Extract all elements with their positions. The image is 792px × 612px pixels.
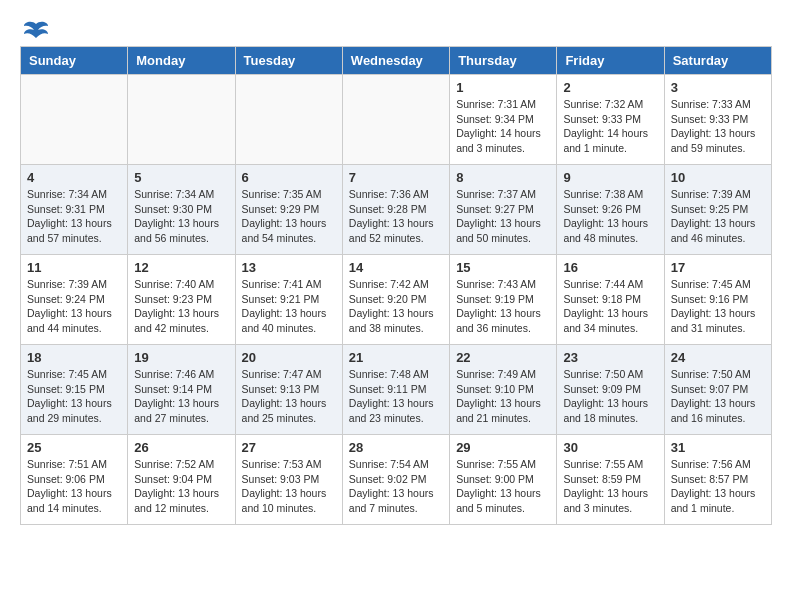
calendar-cell: 11Sunrise: 7:39 AM Sunset: 9:24 PM Dayli…	[21, 255, 128, 345]
calendar-cell: 8Sunrise: 7:37 AM Sunset: 9:27 PM Daylig…	[450, 165, 557, 255]
weekday-header-saturday: Saturday	[664, 47, 771, 75]
bird-icon	[22, 20, 50, 42]
day-info: Sunrise: 7:32 AM Sunset: 9:33 PM Dayligh…	[563, 97, 657, 156]
calendar-cell: 15Sunrise: 7:43 AM Sunset: 9:19 PM Dayli…	[450, 255, 557, 345]
calendar-header-row: SundayMondayTuesdayWednesdayThursdayFrid…	[21, 47, 772, 75]
calendar-cell: 10Sunrise: 7:39 AM Sunset: 9:25 PM Dayli…	[664, 165, 771, 255]
day-info: Sunrise: 7:35 AM Sunset: 9:29 PM Dayligh…	[242, 187, 336, 246]
day-number: 16	[563, 260, 657, 275]
day-info: Sunrise: 7:50 AM Sunset: 9:09 PM Dayligh…	[563, 367, 657, 426]
calendar-cell: 18Sunrise: 7:45 AM Sunset: 9:15 PM Dayli…	[21, 345, 128, 435]
day-number: 20	[242, 350, 336, 365]
calendar-cell: 20Sunrise: 7:47 AM Sunset: 9:13 PM Dayli…	[235, 345, 342, 435]
page-header	[20, 20, 772, 36]
day-number: 19	[134, 350, 228, 365]
day-info: Sunrise: 7:37 AM Sunset: 9:27 PM Dayligh…	[456, 187, 550, 246]
calendar-cell: 25Sunrise: 7:51 AM Sunset: 9:06 PM Dayli…	[21, 435, 128, 525]
calendar-cell: 24Sunrise: 7:50 AM Sunset: 9:07 PM Dayli…	[664, 345, 771, 435]
calendar-cell: 14Sunrise: 7:42 AM Sunset: 9:20 PM Dayli…	[342, 255, 449, 345]
day-info: Sunrise: 7:45 AM Sunset: 9:15 PM Dayligh…	[27, 367, 121, 426]
day-number: 4	[27, 170, 121, 185]
weekday-header-friday: Friday	[557, 47, 664, 75]
day-number: 30	[563, 440, 657, 455]
day-number: 5	[134, 170, 228, 185]
day-info: Sunrise: 7:52 AM Sunset: 9:04 PM Dayligh…	[134, 457, 228, 516]
calendar-week-2: 4Sunrise: 7:34 AM Sunset: 9:31 PM Daylig…	[21, 165, 772, 255]
day-number: 7	[349, 170, 443, 185]
calendar-cell: 28Sunrise: 7:54 AM Sunset: 9:02 PM Dayli…	[342, 435, 449, 525]
day-number: 22	[456, 350, 550, 365]
calendar-table: SundayMondayTuesdayWednesdayThursdayFrid…	[20, 46, 772, 525]
calendar-cell	[342, 75, 449, 165]
weekday-header-thursday: Thursday	[450, 47, 557, 75]
calendar-cell: 9Sunrise: 7:38 AM Sunset: 9:26 PM Daylig…	[557, 165, 664, 255]
day-number: 24	[671, 350, 765, 365]
day-info: Sunrise: 7:50 AM Sunset: 9:07 PM Dayligh…	[671, 367, 765, 426]
calendar-cell	[128, 75, 235, 165]
day-info: Sunrise: 7:42 AM Sunset: 9:20 PM Dayligh…	[349, 277, 443, 336]
calendar-cell: 13Sunrise: 7:41 AM Sunset: 9:21 PM Dayli…	[235, 255, 342, 345]
logo	[20, 20, 50, 36]
calendar-cell: 23Sunrise: 7:50 AM Sunset: 9:09 PM Dayli…	[557, 345, 664, 435]
day-number: 14	[349, 260, 443, 275]
day-info: Sunrise: 7:47 AM Sunset: 9:13 PM Dayligh…	[242, 367, 336, 426]
day-info: Sunrise: 7:39 AM Sunset: 9:24 PM Dayligh…	[27, 277, 121, 336]
calendar-cell: 30Sunrise: 7:55 AM Sunset: 8:59 PM Dayli…	[557, 435, 664, 525]
day-info: Sunrise: 7:31 AM Sunset: 9:34 PM Dayligh…	[456, 97, 550, 156]
day-number: 8	[456, 170, 550, 185]
calendar-cell	[235, 75, 342, 165]
day-info: Sunrise: 7:46 AM Sunset: 9:14 PM Dayligh…	[134, 367, 228, 426]
day-number: 18	[27, 350, 121, 365]
day-info: Sunrise: 7:39 AM Sunset: 9:25 PM Dayligh…	[671, 187, 765, 246]
weekday-header-tuesday: Tuesday	[235, 47, 342, 75]
calendar-cell: 22Sunrise: 7:49 AM Sunset: 9:10 PM Dayli…	[450, 345, 557, 435]
day-info: Sunrise: 7:34 AM Sunset: 9:30 PM Dayligh…	[134, 187, 228, 246]
day-number: 26	[134, 440, 228, 455]
day-info: Sunrise: 7:55 AM Sunset: 8:59 PM Dayligh…	[563, 457, 657, 516]
calendar-cell: 5Sunrise: 7:34 AM Sunset: 9:30 PM Daylig…	[128, 165, 235, 255]
day-info: Sunrise: 7:53 AM Sunset: 9:03 PM Dayligh…	[242, 457, 336, 516]
day-number: 10	[671, 170, 765, 185]
day-number: 31	[671, 440, 765, 455]
calendar-cell: 16Sunrise: 7:44 AM Sunset: 9:18 PM Dayli…	[557, 255, 664, 345]
calendar-cell: 21Sunrise: 7:48 AM Sunset: 9:11 PM Dayli…	[342, 345, 449, 435]
day-number: 23	[563, 350, 657, 365]
weekday-header-monday: Monday	[128, 47, 235, 75]
day-info: Sunrise: 7:49 AM Sunset: 9:10 PM Dayligh…	[456, 367, 550, 426]
day-info: Sunrise: 7:43 AM Sunset: 9:19 PM Dayligh…	[456, 277, 550, 336]
day-number: 29	[456, 440, 550, 455]
calendar-week-5: 25Sunrise: 7:51 AM Sunset: 9:06 PM Dayli…	[21, 435, 772, 525]
calendar-cell: 29Sunrise: 7:55 AM Sunset: 9:00 PM Dayli…	[450, 435, 557, 525]
day-info: Sunrise: 7:48 AM Sunset: 9:11 PM Dayligh…	[349, 367, 443, 426]
day-number: 9	[563, 170, 657, 185]
calendar-cell: 31Sunrise: 7:56 AM Sunset: 8:57 PM Dayli…	[664, 435, 771, 525]
day-number: 11	[27, 260, 121, 275]
calendar-week-3: 11Sunrise: 7:39 AM Sunset: 9:24 PM Dayli…	[21, 255, 772, 345]
day-number: 13	[242, 260, 336, 275]
day-info: Sunrise: 7:40 AM Sunset: 9:23 PM Dayligh…	[134, 277, 228, 336]
calendar-cell: 26Sunrise: 7:52 AM Sunset: 9:04 PM Dayli…	[128, 435, 235, 525]
calendar-cell: 6Sunrise: 7:35 AM Sunset: 9:29 PM Daylig…	[235, 165, 342, 255]
day-info: Sunrise: 7:34 AM Sunset: 9:31 PM Dayligh…	[27, 187, 121, 246]
calendar-cell: 2Sunrise: 7:32 AM Sunset: 9:33 PM Daylig…	[557, 75, 664, 165]
day-number: 15	[456, 260, 550, 275]
day-info: Sunrise: 7:55 AM Sunset: 9:00 PM Dayligh…	[456, 457, 550, 516]
calendar-cell: 27Sunrise: 7:53 AM Sunset: 9:03 PM Dayli…	[235, 435, 342, 525]
calendar-week-4: 18Sunrise: 7:45 AM Sunset: 9:15 PM Dayli…	[21, 345, 772, 435]
day-number: 25	[27, 440, 121, 455]
day-info: Sunrise: 7:54 AM Sunset: 9:02 PM Dayligh…	[349, 457, 443, 516]
day-info: Sunrise: 7:36 AM Sunset: 9:28 PM Dayligh…	[349, 187, 443, 246]
weekday-header-sunday: Sunday	[21, 47, 128, 75]
calendar-cell: 3Sunrise: 7:33 AM Sunset: 9:33 PM Daylig…	[664, 75, 771, 165]
day-number: 3	[671, 80, 765, 95]
day-info: Sunrise: 7:56 AM Sunset: 8:57 PM Dayligh…	[671, 457, 765, 516]
calendar-cell: 17Sunrise: 7:45 AM Sunset: 9:16 PM Dayli…	[664, 255, 771, 345]
calendar-cell: 12Sunrise: 7:40 AM Sunset: 9:23 PM Dayli…	[128, 255, 235, 345]
day-info: Sunrise: 7:33 AM Sunset: 9:33 PM Dayligh…	[671, 97, 765, 156]
day-number: 28	[349, 440, 443, 455]
calendar-cell: 19Sunrise: 7:46 AM Sunset: 9:14 PM Dayli…	[128, 345, 235, 435]
calendar-cell: 1Sunrise: 7:31 AM Sunset: 9:34 PM Daylig…	[450, 75, 557, 165]
calendar-cell	[21, 75, 128, 165]
day-number: 1	[456, 80, 550, 95]
day-info: Sunrise: 7:41 AM Sunset: 9:21 PM Dayligh…	[242, 277, 336, 336]
